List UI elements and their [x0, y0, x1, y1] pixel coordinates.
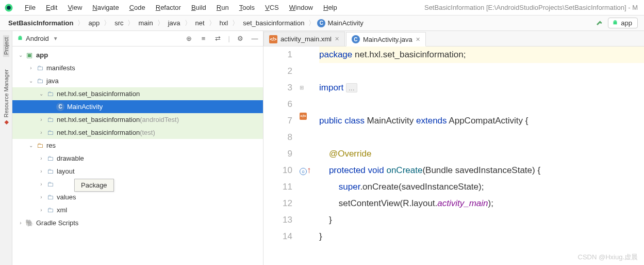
run-config-label: app — [621, 19, 632, 27]
breadcrumb-item[interactable]: src — [112, 19, 125, 27]
menu-code[interactable]: Code — [124, 4, 151, 11]
tree-arrow-icon[interactable]: › — [37, 207, 45, 213]
xml-file-icon: </> — [269, 35, 277, 43]
hide-icon[interactable]: — — [251, 35, 259, 43]
tree-node[interactable]: ›🗀drawable — [12, 152, 263, 165]
code-line[interactable] — [319, 129, 644, 146]
code-line[interactable]: setContentView(R.layout.activity_main); — [319, 195, 644, 212]
code-line[interactable]: package net.hxl.set_basicinformation; — [319, 46, 644, 63]
menu-view[interactable]: View — [62, 4, 87, 11]
breadcrumb-item[interactable]: net — [193, 19, 207, 27]
menu-tools[interactable]: Tools — [234, 4, 260, 11]
run-config-select[interactable]: app — [608, 18, 638, 28]
tree-node[interactable]: ⌄▣app — [12, 49, 263, 61]
tree-node[interactable]: ›🗀manifests — [12, 61, 263, 74]
chevron-right-icon: 〉 — [207, 19, 218, 28]
folder-icon: 🗀 — [45, 206, 55, 214]
menu-file[interactable]: File — [20, 4, 41, 11]
tree-arrow-icon[interactable]: › — [27, 65, 35, 71]
tree-node[interactable]: ⌄🗀res — [12, 139, 263, 152]
tab-label: activity_main.xml — [280, 35, 332, 43]
menu-help[interactable]: Help — [318, 4, 342, 11]
tooltip: Package — [74, 179, 114, 192]
sidebar-tab-resource-manager[interactable]: ◆ Resource Manager — [3, 67, 9, 128]
menu-run[interactable]: Run — [211, 4, 234, 11]
line-number: 8 — [263, 129, 292, 146]
breadcrumb-item[interactable]: SetBasicInformation — [6, 19, 75, 27]
tree-arrow-icon[interactable]: › — [37, 130, 45, 135]
tree-node[interactable]: ›🗀net.hxl.set_basicinformation (test) — [12, 126, 263, 139]
tree-node[interactable]: ›🗀net.hxl.set_basicinformation (androidT… — [12, 113, 263, 126]
code-line[interactable]: public class MainActivity extends AppCom… — [319, 113, 644, 129]
editor-body[interactable]: 12367891011121314 ⊞</>o↑ package net.hxl… — [263, 46, 644, 265]
close-icon[interactable]: ✕ — [335, 36, 339, 42]
code-line[interactable] — [319, 63, 644, 80]
menu-edit[interactable]: Edit — [41, 4, 62, 11]
menu-navigate[interactable]: Navigate — [87, 4, 124, 11]
close-icon[interactable]: ✕ — [416, 36, 420, 43]
tree-arrow-icon[interactable]: ⌄ — [27, 78, 35, 84]
tree-arrow-icon[interactable]: ⌄ — [27, 143, 35, 148]
sidebar-tab-project[interactable]: Project — [3, 35, 9, 57]
breadcrumb-item[interactable]: app — [86, 19, 102, 27]
related-xml-icon[interactable]: </> — [300, 113, 307, 120]
tree-arrow-icon[interactable]: › — [37, 168, 45, 174]
gear-icon[interactable]: ⚙ — [236, 35, 244, 43]
tree-label: net.hxl.set_basicinformation — [57, 116, 140, 123]
tree-node[interactable]: ⌄🗀net.hxl.set_basicinformation — [12, 87, 263, 100]
code-line[interactable]: } — [319, 212, 644, 228]
menu-vcs[interactable]: VCS — [260, 4, 284, 11]
build-icon[interactable] — [596, 19, 604, 27]
line-number: 2 — [263, 63, 292, 80]
menu-build[interactable]: Build — [186, 4, 211, 11]
tree-node[interactable]: ›🐘Gradle Scripts — [12, 216, 263, 229]
line-number: 13 — [263, 212, 292, 228]
tree-node[interactable]: CMainActivity — [12, 100, 263, 113]
code-area[interactable]: package net.hxl.set_basicinformation;imp… — [315, 46, 644, 265]
tree-node[interactable]: ›🗀values — [12, 191, 263, 204]
tree-arrow-icon[interactable]: ⌄ — [16, 52, 25, 58]
code-line[interactable]: } — [319, 228, 644, 245]
tree-arrow-icon[interactable]: ⌄ — [37, 91, 45, 97]
menu-refactor[interactable]: Refactor — [151, 4, 186, 11]
breadcrumb-item[interactable]: java — [166, 19, 183, 27]
tree-arrow-icon[interactable]: › — [37, 155, 45, 161]
tree-node[interactable]: ›🗀 — [12, 178, 263, 191]
tree-arrow-icon[interactable]: › — [37, 181, 45, 187]
expand-icon[interactable]: ≡ — [200, 35, 208, 43]
project-header: Android ▼ ⊕ ≡ ⇄ | ⚙ — — [12, 31, 263, 46]
project-view-title[interactable]: Android — [26, 35, 49, 42]
tree-node[interactable]: ›🗀xml — [12, 204, 263, 216]
android-icon — [16, 35, 24, 42]
menu-window[interactable]: Window — [284, 4, 318, 11]
dropdown-icon[interactable]: ▼ — [53, 36, 58, 41]
tree-arrow-icon[interactable]: › — [37, 194, 45, 200]
editor-tab[interactable]: </>activity_main.xml✕ — [263, 32, 345, 46]
tree-node[interactable]: ›🗀layout — [12, 165, 263, 178]
res-folder-icon: 🗀 — [35, 142, 44, 149]
android-icon — [612, 20, 619, 27]
code-line[interactable] — [319, 96, 644, 113]
line-number: 11 — [263, 179, 292, 195]
navigation-bar: SetBasicInformation〉app〉src〉main〉java〉ne… — [0, 15, 644, 31]
tree-arrow-icon[interactable]: › — [37, 117, 45, 122]
code-line[interactable]: import ... — [319, 80, 644, 96]
code-line[interactable]: protected void onCreate(Bundle savedInst… — [319, 162, 644, 179]
tree-arrow-icon[interactable]: › — [16, 220, 25, 226]
breadcrumb-item[interactable]: MainActivity — [325, 19, 365, 27]
editor-tab[interactable]: CMainActivity.java✕ — [346, 32, 426, 46]
breadcrumb-item[interactable]: main — [136, 19, 155, 27]
code-line[interactable]: super.onCreate(savedInstanceState); — [319, 179, 644, 195]
project-pane: Android ▼ ⊕ ≡ ⇄ | ⚙ — ⌄▣app›🗀manifests⌄🗀… — [12, 31, 263, 265]
tree-node[interactable]: ⌄🗀java — [12, 74, 263, 87]
select-opened-icon[interactable]: ⊕ — [185, 35, 193, 43]
breadcrumb-item[interactable]: hxl — [218, 19, 230, 27]
tree-label: java — [46, 77, 59, 85]
fold-icon[interactable]: ⊞ — [300, 80, 304, 96]
tree-label: drawable — [57, 154, 84, 162]
breadcrumb-item[interactable]: set_basicinformation — [241, 19, 306, 27]
override-gutter-icon[interactable]: o — [300, 168, 307, 175]
collapse-icon[interactable]: ⇄ — [214, 35, 222, 43]
code-line[interactable]: @Override — [319, 146, 644, 162]
project-tree[interactable]: ⌄▣app›🗀manifests⌄🗀java⌄🗀net.hxl.set_basi… — [12, 46, 263, 265]
